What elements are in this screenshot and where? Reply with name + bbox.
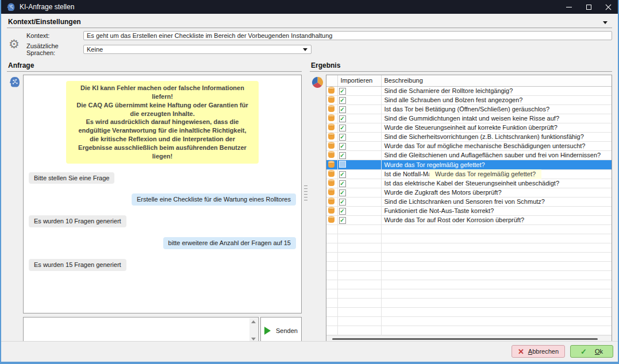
database-icon bbox=[328, 199, 335, 204]
table-row[interactable]: ✓Sind die Gummidichtungen intakt und wei… bbox=[326, 114, 612, 123]
maximize-button[interactable] bbox=[579, 0, 598, 14]
icon-column-header bbox=[326, 75, 337, 86]
table-row[interactable]: ✓Wurde die Zugkraft des Motors überprüft… bbox=[326, 188, 612, 197]
scroll-up-icon[interactable] bbox=[251, 320, 256, 323]
row-description: Wurde das Tor auf Rost oder Korrosion üb… bbox=[381, 215, 612, 224]
empty-table-row bbox=[326, 270, 612, 280]
checkbox-unchecked[interactable] bbox=[339, 161, 346, 168]
table-row[interactable]: ✓Sind die Sicherheitsvorrichtungen (z.B.… bbox=[326, 132, 612, 141]
ergebnis-header-label: Ergebnis bbox=[311, 61, 340, 69]
anfrage-header-label: Anfrage bbox=[8, 61, 34, 69]
composer-scrollbar[interactable] bbox=[249, 318, 257, 341]
table-row[interactable]: ✓Wurde das Tor auf Rost oder Korrosion ü… bbox=[326, 215, 612, 224]
settings-section-header: Kontext/Einstellungen bbox=[7, 17, 612, 28]
checkbox-checked[interactable]: ✓ bbox=[339, 199, 346, 206]
database-icon bbox=[328, 152, 335, 158]
checkbox-checked[interactable]: ✓ bbox=[339, 115, 346, 122]
empty-table-row bbox=[326, 252, 612, 261]
gear-icon: ⚙ bbox=[7, 38, 26, 50]
database-icon bbox=[328, 115, 335, 121]
sprachen-selected-value: Keine bbox=[87, 46, 103, 53]
chat-box[interactable]: Die KI kann Fehler machen oder falsche I… bbox=[23, 75, 302, 313]
message-input[interactable] bbox=[23, 317, 259, 341]
ok-check-icon: ✓ bbox=[580, 348, 587, 355]
checkbox-checked[interactable]: ✓ bbox=[339, 125, 346, 131]
checkbox-checked[interactable]: ✓ bbox=[339, 134, 346, 141]
empty-table-row bbox=[326, 224, 612, 234]
table-row[interactable]: ✓Sind alle Schrauben und Bolzen fest ang… bbox=[326, 95, 612, 104]
table-row[interactable]: ✓Ist das Tor bei Betätigung (Öffnen/Schl… bbox=[326, 104, 612, 114]
table-row[interactable]: ✓Wurde das Tor auf mögliche mechanische … bbox=[326, 141, 612, 150]
table-row[interactable]: ✓Funktioniert die Not-Aus-Taste korrekt? bbox=[326, 206, 612, 215]
send-button[interactable]: Senden bbox=[260, 317, 302, 341]
result-table: Importieren Beschreibung ✓Sind die Schar… bbox=[326, 75, 612, 335]
table-row[interactable]: ✓Wurde die Steuerungseinheit auf korrekt… bbox=[326, 123, 612, 132]
table-row[interactable]: ✓Sind die Lichtschranken und Sensoren fr… bbox=[326, 197, 612, 206]
row-description: Ist das Tor bei Betätigung (Öffnen/Schli… bbox=[381, 104, 612, 114]
panels: Anfrage Die KI kann Fehler machen oder f… bbox=[7, 60, 612, 341]
importieren-column-header: Importieren bbox=[337, 75, 381, 86]
sprachen-select[interactable]: Keine bbox=[83, 45, 312, 54]
titlebar: KI-Anfrage stellen bbox=[1, 0, 618, 14]
table-row[interactable]: Wurde das Tor regelmäßig gefettet? bbox=[326, 160, 612, 169]
database-icon bbox=[328, 106, 335, 112]
checkbox-checked[interactable]: ✓ bbox=[339, 180, 346, 187]
chat-message-user: bitte erweitere die Anzahl der Fragen au… bbox=[163, 237, 296, 249]
maximize-icon bbox=[586, 5, 591, 10]
collapse-arrow-icon[interactable] bbox=[603, 21, 608, 24]
checkbox-checked[interactable]: ✓ bbox=[339, 189, 346, 196]
scroll-down-icon[interactable] bbox=[251, 338, 256, 340]
horizontal-scrollbar-thumb[interactable] bbox=[332, 338, 598, 340]
beschreibung-column-header: Beschreibung bbox=[381, 75, 612, 86]
database-icon bbox=[328, 143, 335, 149]
cancel-button-label: Abbrechen bbox=[528, 348, 559, 355]
checkbox-checked[interactable]: ✓ bbox=[339, 88, 346, 95]
row-description: Wurde die Zugkraft des Motors überprüft? bbox=[381, 188, 612, 197]
close-icon bbox=[605, 4, 612, 10]
minimize-button[interactable] bbox=[559, 0, 579, 14]
empty-table-row bbox=[326, 326, 612, 335]
chat-wrap: Die KI kann Fehler machen oder falsche I… bbox=[23, 75, 302, 341]
empty-table-row bbox=[326, 289, 612, 298]
kontext-input[interactable] bbox=[83, 31, 612, 40]
checkbox-checked[interactable]: ✓ bbox=[339, 171, 346, 178]
checkbox-checked[interactable]: ✓ bbox=[339, 217, 346, 224]
splitter-grip-icon[interactable] bbox=[304, 185, 307, 201]
checkbox-checked[interactable]: ✓ bbox=[339, 208, 346, 215]
chat-message-assistant: Es wurden 15 Fragen generiert bbox=[29, 259, 126, 271]
database-icon bbox=[328, 134, 335, 140]
row-description: Wurde die Steuerungseinheit auf korrekte… bbox=[381, 123, 612, 132]
table-row[interactable]: ✓Sind die Gleitschienen und Auflagefläch… bbox=[326, 150, 612, 160]
checkbox-checked[interactable]: ✓ bbox=[339, 106, 346, 113]
cancel-button[interactable]: ✕ Abbrechen bbox=[512, 345, 565, 358]
pie-chart-icon bbox=[312, 76, 324, 88]
close-button[interactable] bbox=[598, 0, 618, 14]
ok-button[interactable]: ✓ Ok bbox=[570, 345, 613, 358]
chat-message-warning: Die KI kann Fehler machen oder falsche I… bbox=[66, 81, 259, 164]
anfrage-header: Anfrage bbox=[7, 60, 302, 72]
ergebnis-icon-col bbox=[310, 75, 326, 341]
anfrage-icon-col bbox=[7, 75, 23, 341]
anfrage-body: Die KI kann Fehler machen oder falsche I… bbox=[7, 75, 302, 341]
row-description: Sind die Gleitschienen und Auflagefläche… bbox=[381, 150, 612, 160]
empty-table-row bbox=[326, 316, 612, 326]
row-description: Sind die Lichtschranken und Sensoren fre… bbox=[381, 197, 612, 206]
table-row[interactable]: ✓Sind die Scharniere der Rolltore leicht… bbox=[326, 86, 612, 95]
database-icon bbox=[328, 217, 335, 223]
panel-splitter[interactable] bbox=[302, 60, 310, 341]
row-description: Sind alle Schrauben und Bolzen fest ange… bbox=[381, 95, 612, 104]
empty-table-row bbox=[326, 261, 612, 270]
empty-table-row bbox=[326, 307, 612, 316]
checkbox-checked[interactable]: ✓ bbox=[339, 143, 346, 150]
anfrage-panel: Anfrage Die KI kann Fehler machen oder f… bbox=[7, 60, 302, 341]
chat-message-user: Erstelle eine Checkliste für die Wartung… bbox=[132, 193, 296, 206]
ergebnis-tbody: ✓Sind die Scharniere der Rolltore leicht… bbox=[326, 86, 612, 335]
minimize-icon bbox=[566, 7, 572, 7]
row-description: Sind die Scharniere der Rolltore leichtg… bbox=[381, 86, 612, 95]
horizontal-scrollbar[interactable] bbox=[326, 335, 612, 341]
table-row[interactable]: ✓Ist das elektrische Kabel der Steuerung… bbox=[326, 179, 612, 188]
result-table-container: Importieren Beschreibung ✓Sind die Schar… bbox=[326, 75, 612, 341]
checkbox-checked[interactable]: ✓ bbox=[339, 97, 346, 104]
checkbox-checked[interactable]: ✓ bbox=[339, 152, 346, 159]
database-icon bbox=[328, 97, 335, 103]
